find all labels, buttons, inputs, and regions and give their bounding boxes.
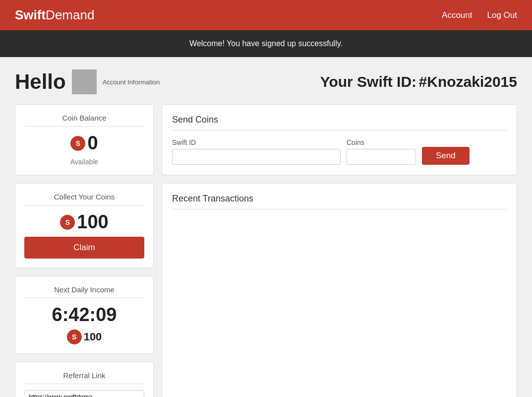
swift-id-group: Swift ID (172, 138, 341, 165)
main-content: Hello Account Information Your Swift ID:… (0, 57, 532, 397)
collect-coins-amount: 100 (77, 211, 108, 233)
income-coin-icon: S (67, 330, 82, 344)
coin-icon: S (70, 136, 85, 151)
coin-balance-title: Coin Balance (24, 114, 144, 127)
daily-income-title: Next Daily Income (24, 285, 144, 298)
recent-transactions-title: Recent Transactions (172, 194, 507, 209)
header-nav: Account Log Out (442, 10, 517, 20)
send-coins-card: Send Coins Swift ID Coins Send (162, 104, 517, 175)
account-link[interactable]: Account (442, 10, 472, 20)
coins-group: Coins (347, 138, 416, 165)
logo: SwiftDemand (15, 7, 94, 23)
countdown-timer: 6:42:09 (24, 304, 144, 326)
greeting-text: Hello (15, 70, 66, 94)
header: SwiftDemand Account Log Out (0, 0, 532, 30)
right-column: Send Coins Swift ID Coins Send Recent Tr… (162, 104, 517, 397)
swift-id-label: Swift ID (172, 138, 341, 146)
income-amount: 100 (84, 331, 102, 343)
coin-balance-amount: 0 (87, 132, 98, 154)
send-coins-title: Send Coins (172, 115, 507, 131)
banner-message: Welcome! You have signed up successfully… (189, 39, 343, 48)
left-column: Coin Balance S 0 Available Collect Your … (15, 104, 154, 397)
coin-balance-card: Coin Balance S 0 Available (15, 104, 154, 175)
dashboard-grid: Coin Balance S 0 Available Collect Your … (15, 104, 517, 397)
referral-link-input[interactable] (24, 390, 144, 397)
hello-row: Hello Account Information Your Swift ID:… (15, 69, 517, 94)
swift-id-input[interactable] (172, 149, 341, 165)
claim-button[interactable]: Claim (24, 237, 144, 259)
swift-id-display: Your Swift ID: #Knozaki2015 (320, 73, 517, 90)
swift-id-label: Your Swift ID: (320, 73, 416, 90)
coins-input[interactable] (347, 149, 416, 165)
avatar (72, 69, 97, 94)
success-banner: Welcome! You have signed up successfully… (0, 30, 532, 57)
swift-id-value: #Knozaki2015 (419, 73, 517, 90)
account-info-link[interactable]: Account Information (103, 78, 160, 86)
send-button[interactable]: Send (422, 147, 470, 165)
referral-card: Referral Link Copy Get 500 Coins Per Ref… (15, 362, 154, 397)
daily-income-card: Next Daily Income 6:42:09 S 100 (15, 276, 154, 354)
logo-demand: Demand (46, 7, 94, 22)
collect-coins-title: Collect Your Coins (24, 193, 144, 205)
coin-balance-display: S 0 (24, 132, 144, 154)
coins-label: Coins (347, 138, 416, 146)
income-coin-display: S 100 (24, 330, 144, 344)
send-coins-form: Swift ID Coins Send (172, 138, 507, 165)
available-text: Available (24, 158, 144, 166)
referral-title: Referral Link (24, 371, 144, 384)
collect-coins-card: Collect Your Coins S 100 Claim (15, 183, 154, 268)
hello-left: Hello Account Information (15, 69, 160, 94)
logout-link[interactable]: Log Out (487, 10, 518, 20)
collect-coins-display: S 100 (24, 211, 144, 233)
recent-transactions-card: Recent Transactions More (162, 183, 517, 397)
collect-coin-icon: S (60, 215, 75, 230)
logo-swift: Swift (15, 7, 46, 22)
